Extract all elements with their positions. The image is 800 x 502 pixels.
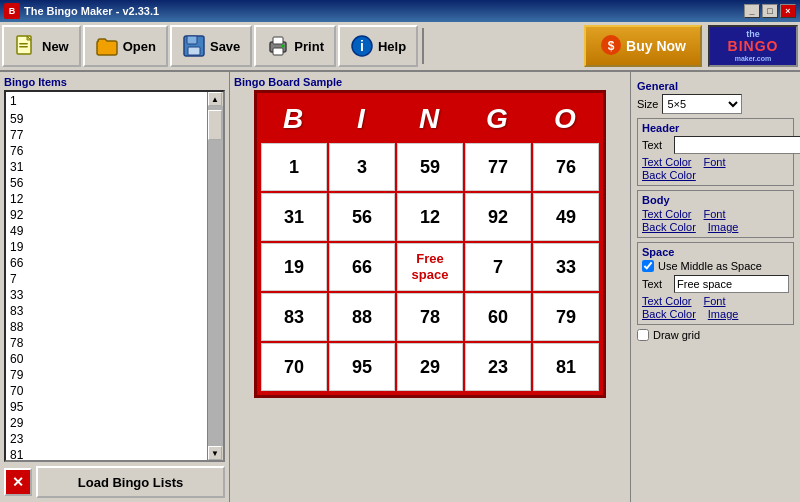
list-item[interactable]: 79 (8, 367, 205, 383)
bingo-header-row: BINGO (261, 97, 599, 141)
list-item[interactable]: 59 (8, 111, 205, 127)
scroll-down-arrow[interactable]: ▼ (208, 446, 222, 460)
body-font-link[interactable]: Font (704, 208, 726, 220)
bingo-board-label: Bingo Board Sample (234, 76, 626, 88)
right-panel: General Size 5×5 4×4 3×3 Header Text Tex… (630, 72, 800, 502)
new-button[interactable]: New (2, 25, 81, 67)
save-label: Save (210, 39, 240, 54)
new-label: New (42, 39, 69, 54)
save-button[interactable]: Save (170, 25, 252, 67)
list-item[interactable]: 49 (8, 223, 205, 239)
bingo-header-cell: I (329, 97, 395, 141)
bingo-cell: 77 (465, 143, 531, 191)
list-item[interactable]: 19 (8, 239, 205, 255)
use-middle-checkbox[interactable] (642, 260, 654, 272)
size-label: Size (637, 98, 658, 110)
header-text-input[interactable] (674, 136, 800, 154)
bingo-cell: 49 (533, 193, 599, 241)
list-item[interactable]: 83 (8, 303, 205, 319)
bingo-board: BINGO1359777631561292491966Free space733… (254, 90, 606, 398)
svg-rect-2 (19, 43, 28, 45)
list-item[interactable]: 77 (8, 127, 205, 143)
bingo-header-cell: B (261, 97, 327, 141)
space-text-input[interactable] (674, 275, 789, 293)
bingo-cell: 88 (329, 293, 395, 341)
scroll-thumb[interactable] (208, 110, 222, 140)
bingo-header-cell: N (397, 97, 463, 141)
print-icon (266, 34, 290, 58)
bingo-cell: 78 (397, 293, 463, 341)
print-label: Print (294, 39, 324, 54)
help-icon: i (350, 34, 374, 58)
body-image-link[interactable]: Image (708, 221, 739, 233)
body-back-color-link[interactable]: Back Color (642, 221, 696, 233)
header-text-color-link[interactable]: Text Color (642, 156, 692, 168)
app-icon: B (4, 3, 20, 19)
bingo-cell: 3 (329, 143, 395, 191)
close-button[interactable]: × (780, 4, 796, 18)
help-label: Help (378, 39, 406, 54)
svg-rect-5 (187, 36, 197, 44)
bingo-cell: 79 (533, 293, 599, 341)
list-scrollbar[interactable]: ▲ ▼ (207, 92, 223, 460)
svg-text:i: i (360, 38, 364, 54)
scroll-track (208, 106, 223, 446)
open-button[interactable]: Open (83, 25, 168, 67)
list-item[interactable]: 7 (8, 271, 205, 287)
draw-grid-checkbox[interactable] (637, 329, 649, 341)
bingo-cell: 92 (465, 193, 531, 241)
list-item[interactable]: 78 (8, 335, 205, 351)
list-item[interactable]: 95 (8, 399, 205, 415)
list-item[interactable]: 70 (8, 383, 205, 399)
bingo-cell: 23 (465, 343, 531, 391)
list-item[interactable]: 60 (8, 351, 205, 367)
minimize-button[interactable]: _ (744, 4, 760, 18)
space-back-color-link[interactable]: Back Color (642, 308, 696, 320)
help-button[interactable]: i Help (338, 25, 418, 67)
use-middle-label: Use Middle as Space (658, 260, 762, 272)
body-text-color-link[interactable]: Text Color (642, 208, 692, 220)
bingo-header-cell: O (533, 97, 599, 141)
svg-rect-6 (188, 47, 200, 55)
header-back-color-link[interactable]: Back Color (642, 169, 696, 181)
delete-button[interactable]: ✕ (4, 468, 32, 496)
body-section-label: Body (642, 194, 789, 206)
size-select[interactable]: 5×5 4×4 3×3 (662, 94, 742, 114)
print-button[interactable]: Print (254, 25, 336, 67)
list-item[interactable]: 31 (8, 159, 205, 175)
bingo-cell: 76 (533, 143, 599, 191)
list-item[interactable]: 76 (8, 143, 205, 159)
list-item[interactable]: 1 (8, 93, 205, 109)
list-item[interactable]: 88 (8, 319, 205, 335)
svg-rect-3 (19, 46, 28, 48)
list-item[interactable]: 66 (8, 255, 205, 271)
list-item[interactable]: 23 (8, 431, 205, 447)
bingo-cell: 31 (261, 193, 327, 241)
list-item[interactable]: 33 (8, 287, 205, 303)
svg-point-10 (282, 45, 285, 48)
bingo-cell: 1 (261, 143, 327, 191)
space-text-color-link[interactable]: Text Color (642, 295, 692, 307)
bingo-items-list[interactable]: 1597776315612924919667338388786079709529… (6, 92, 207, 460)
bottom-bar: ✕ Load Bingo Lists (4, 462, 225, 498)
bingo-cell: 33 (533, 243, 599, 291)
list-item[interactable]: 29 (8, 415, 205, 431)
bingo-cell: 60 (465, 293, 531, 341)
buy-now-button[interactable]: $ Buy Now (584, 25, 702, 67)
scroll-up-arrow[interactable]: ▲ (208, 92, 222, 106)
save-icon (182, 34, 206, 58)
list-item[interactable]: 92 (8, 207, 205, 223)
space-image-link[interactable]: Image (708, 308, 739, 320)
space-font-link[interactable]: Font (704, 295, 726, 307)
list-item[interactable]: 56 (8, 175, 205, 191)
svg-rect-8 (273, 37, 283, 44)
bingo-cell: 70 (261, 343, 327, 391)
list-item[interactable]: 81 (8, 447, 205, 460)
header-font-link[interactable]: Font (704, 156, 726, 168)
bingo-cell: 66 (329, 243, 395, 291)
maximize-button[interactable]: □ (762, 4, 778, 18)
load-bingo-lists-button[interactable]: Load Bingo Lists (36, 466, 225, 498)
list-item[interactable]: 12 (8, 191, 205, 207)
load-label: Load Bingo Lists (78, 475, 183, 490)
new-icon (14, 34, 38, 58)
